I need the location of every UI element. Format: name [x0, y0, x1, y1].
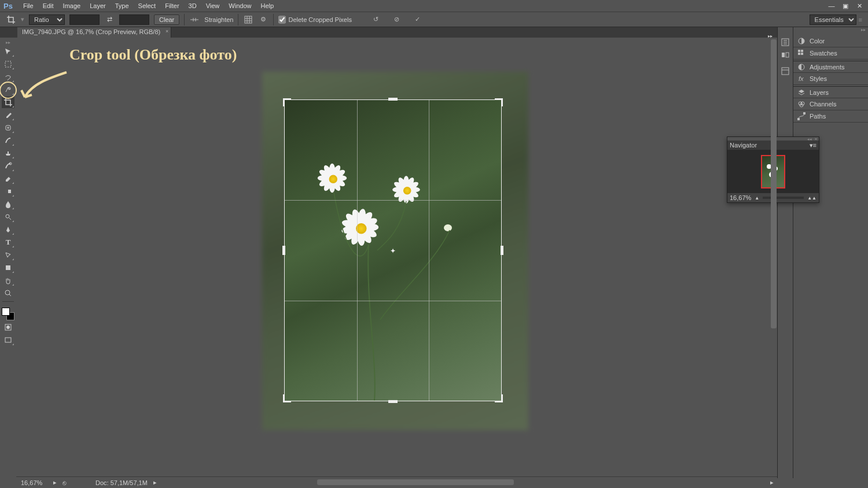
- navigator-zoom-slider[interactable]: [763, 197, 804, 199]
- status-menu-icon[interactable]: ▸: [153, 479, 157, 486]
- menu-edit[interactable]: Edit: [38, 1, 58, 10]
- eyedropper-tool[interactable]: [2, 109, 14, 121]
- close-tab-icon[interactable]: ×: [165, 28, 168, 34]
- menu-type[interactable]: Type: [111, 1, 134, 10]
- horizontal-scrollbar[interactable]: [317, 479, 514, 485]
- crop-tool-icon[interactable]: [6, 14, 16, 25]
- menu-help[interactable]: Help: [256, 1, 278, 10]
- dodge-tool[interactable]: [2, 211, 14, 223]
- layers-panel-tab[interactable]: Layers: [793, 86, 868, 98]
- crop-handle-tr[interactable]: [495, 98, 503, 106]
- properties-panel-icon[interactable]: [779, 49, 792, 61]
- channels-icon: [797, 100, 806, 108]
- move-tool[interactable]: [2, 46, 14, 57]
- crop-height-input[interactable]: [119, 14, 149, 25]
- gradient-tool[interactable]: [2, 186, 14, 197]
- crop-handle-bl[interactable]: [283, 394, 291, 402]
- crop-center-icon[interactable]: ✦: [389, 247, 396, 254]
- annotation-label: Crop tool (Обрезка фото): [69, 46, 237, 64]
- document-tab-title: IMG_7940.JPG @ 16,7% (Crop Preview, RGB/…: [22, 28, 160, 35]
- swatches-panel-tab[interactable]: Swatches: [793, 47, 868, 60]
- pen-tool[interactable]: [2, 224, 14, 235]
- window-maximize-icon[interactable]: ▣: [840, 2, 851, 10]
- swap-dimensions-icon[interactable]: ⇄: [104, 14, 115, 25]
- reset-crop-icon[interactable]: ↺: [370, 14, 381, 25]
- collapse-dock-icon[interactable]: ▸▸: [768, 34, 777, 39]
- menu-filter[interactable]: Filter: [160, 1, 183, 10]
- menu-view[interactable]: View: [201, 1, 225, 10]
- crop-handle-bottom[interactable]: [388, 400, 398, 403]
- canvas-area[interactable]: ✦: [16, 38, 777, 474]
- cancel-crop-icon[interactable]: ⊘: [391, 14, 402, 25]
- svg-rect-28: [803, 112, 806, 114]
- marquee-tool[interactable]: [2, 58, 14, 70]
- swatches-icon: [797, 49, 806, 57]
- color-panel-tab[interactable]: Color: [793, 35, 868, 47]
- type-tool[interactable]: T: [2, 236, 14, 248]
- crop-handle-top[interactable]: [388, 98, 398, 101]
- screen-mode-tool[interactable]: [2, 334, 14, 346]
- status-zoom-input[interactable]: [21, 479, 47, 486]
- hand-tool[interactable]: [2, 275, 14, 286]
- history-brush-tool[interactable]: [2, 160, 14, 172]
- scroll-right-icon[interactable]: ▸: [770, 479, 774, 486]
- straighten-label[interactable]: Straighten: [204, 16, 233, 23]
- crop-handle-left[interactable]: [282, 246, 285, 255]
- svg-rect-6: [5, 190, 8, 193]
- path-select-tool[interactable]: [2, 249, 14, 261]
- zoom-out-icon[interactable]: ▲: [755, 195, 759, 201]
- navigator-zoom-value[interactable]: 16,67%: [730, 194, 751, 201]
- paths-panel-tab[interactable]: Paths: [793, 110, 868, 123]
- menu-image[interactable]: Image: [58, 1, 86, 10]
- workspace-select[interactable]: Essentials: [810, 14, 856, 25]
- grid-overlay-icon[interactable]: [243, 14, 253, 25]
- window-close-icon[interactable]: ✕: [854, 2, 865, 10]
- channels-panel-tab[interactable]: Channels: [793, 98, 868, 110]
- styles-panel-tab[interactable]: fxStyles: [793, 73, 868, 85]
- clone-stamp-tool[interactable]: [2, 147, 14, 159]
- panel-menu-icon[interactable]: ▾≡: [810, 142, 816, 149]
- crop-tool[interactable]: [2, 97, 14, 108]
- menu-file[interactable]: File: [19, 1, 38, 10]
- menu-3d[interactable]: 3D: [184, 1, 201, 10]
- eraser-tool[interactable]: [2, 173, 14, 184]
- crop-box[interactable]: ✦: [285, 100, 501, 401]
- menu-layer[interactable]: Layer: [85, 1, 111, 10]
- quick-mask-tool[interactable]: [2, 321, 14, 333]
- crop-width-input[interactable]: [69, 14, 100, 25]
- paths-icon: [797, 112, 806, 120]
- blur-tool[interactable]: [2, 198, 14, 210]
- character-panel-icon[interactable]: [779, 65, 792, 77]
- history-panel-icon[interactable]: [779, 36, 792, 48]
- straighten-icon[interactable]: [189, 14, 200, 25]
- menu-window[interactable]: Window: [224, 1, 256, 10]
- options-bar: ▾ Ratio ⇄ Clear Straighten ⚙ Delete Crop…: [0, 12, 868, 27]
- clear-button[interactable]: Clear: [154, 14, 179, 25]
- svg-point-7: [6, 215, 9, 218]
- crop-settings-icon[interactable]: ⚙: [258, 14, 269, 25]
- zoom-tool[interactable]: [2, 287, 14, 299]
- document-tab[interactable]: IMG_7940.JPG @ 16,7% (Crop Preview, RGB/…: [17, 27, 171, 38]
- menu-select[interactable]: Select: [134, 1, 161, 10]
- window-minimize-icon[interactable]: —: [826, 2, 837, 10]
- color-swatch[interactable]: [2, 308, 14, 320]
- healing-brush-tool[interactable]: [2, 122, 14, 134]
- crop-handle-br[interactable]: [495, 394, 503, 402]
- crop-handle-tl[interactable]: [283, 98, 291, 106]
- lasso-tool[interactable]: [2, 71, 14, 83]
- svg-text:fx: fx: [799, 75, 804, 82]
- commit-crop-icon[interactable]: ✓: [412, 14, 422, 25]
- status-bar: ▸ ⎋ Doc: 57,1M/57,1M ▸ ▸: [16, 476, 777, 488]
- shape-tool[interactable]: [2, 262, 14, 273]
- quick-select-tool[interactable]: [2, 84, 14, 95]
- adjustments-panel-tab[interactable]: Adjustments: [793, 61, 868, 73]
- crop-ratio-select[interactable]: Ratio: [29, 14, 65, 25]
- adjustments-icon: [797, 63, 806, 71]
- status-export-icon[interactable]: ⎋: [62, 479, 67, 486]
- brush-tool[interactable]: [2, 135, 14, 146]
- zoom-in-icon[interactable]: ▲▲: [807, 195, 816, 201]
- status-arrow-icon[interactable]: ▸: [53, 479, 57, 486]
- delete-cropped-checkbox[interactable]: Delete Cropped Pixels: [278, 14, 351, 25]
- vertical-scrollbar[interactable]: [771, 39, 777, 328]
- crop-handle-right[interactable]: [501, 246, 503, 255]
